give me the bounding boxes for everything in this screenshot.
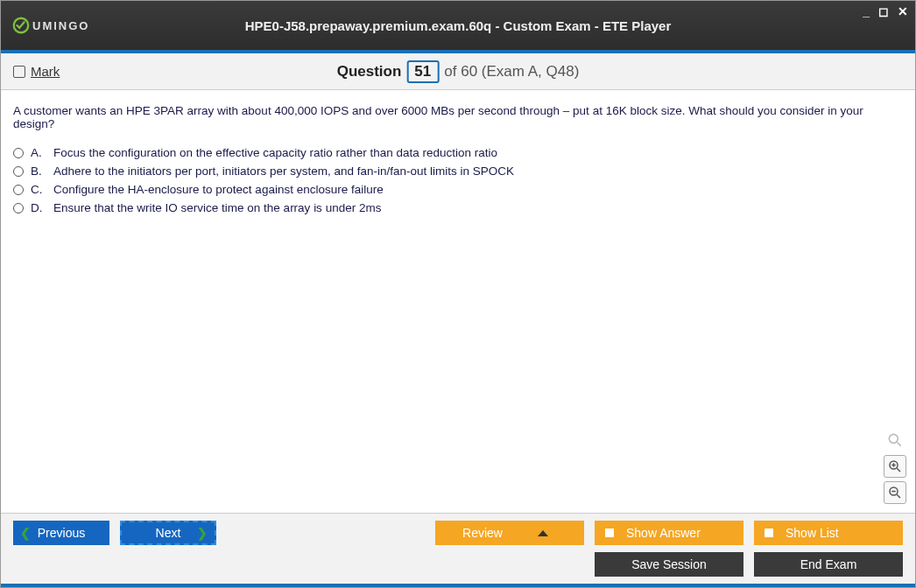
radio-icon[interactable]	[13, 148, 24, 158]
zoom-out-icon[interactable]	[884, 481, 906, 504]
review-label: Review	[462, 526, 503, 540]
zoom-tools	[884, 429, 906, 504]
answer-option[interactable]: A. Focus the configuration on the effect…	[13, 146, 903, 159]
bottom-separator	[1, 584, 915, 587]
next-button[interactable]: Next ❯	[120, 521, 216, 545]
svg-line-4	[897, 468, 900, 472]
content-area: A customer wants an HPE 3PAR array with …	[1, 90, 915, 513]
answer-text: Configure the HA-enclosure to protect ag…	[53, 183, 903, 196]
checkbox-icon[interactable]	[13, 66, 25, 78]
svg-point-1	[889, 434, 898, 443]
answers-list: A. Focus the configuration on the effect…	[13, 146, 903, 214]
previous-button[interactable]: ❮ Previous	[13, 521, 109, 545]
answer-letter: D.	[31, 201, 46, 214]
answer-letter: C.	[31, 183, 46, 196]
logo-check-icon	[11, 16, 31, 35]
minimize-icon[interactable]: _	[861, 4, 871, 18]
answer-text: Adhere to the initiators per port, initi…	[53, 164, 903, 178]
radio-icon[interactable]	[13, 166, 24, 177]
question-bar: Mark Question 51 of 60 (Exam A, Q48)	[1, 53, 915, 90]
window-title: HPE0-J58.prepaway.premium.exam.60q - Cus…	[245, 18, 672, 33]
footer: ❮ Previous Next ❯ Review Show Answer Sho…	[1, 513, 915, 587]
answer-option[interactable]: C. Configure the HA-enclosure to protect…	[13, 183, 903, 196]
zoom-in-icon[interactable]	[884, 455, 906, 478]
maximize-icon[interactable]: ◻	[877, 4, 891, 18]
radio-icon[interactable]	[13, 203, 24, 214]
question-label: Question	[337, 63, 402, 80]
question-indicator: Question 51 of 60 (Exam A, Q48)	[337, 60, 580, 83]
show-list-button[interactable]: Show List	[754, 521, 903, 545]
triangle-up-icon	[538, 530, 548, 536]
answer-letter: A.	[31, 146, 46, 159]
question-text: A customer wants an HPE 3PAR array with …	[13, 104, 903, 130]
answer-option[interactable]: D. Ensure that the write IO service time…	[13, 201, 903, 214]
footer-row-1: ❮ Previous Next ❯ Review Show Answer Sho…	[1, 514, 915, 552]
save-session-label: Save Session	[631, 557, 707, 571]
svg-line-8	[897, 494, 900, 498]
chevron-left-icon: ❮	[20, 526, 31, 540]
next-label: Next	[156, 526, 181, 540]
mark-toggle[interactable]: Mark	[13, 64, 60, 79]
answer-option[interactable]: B. Adhere to the initiators per port, in…	[13, 164, 903, 178]
square-icon	[765, 528, 773, 537]
square-icon	[605, 528, 614, 537]
end-exam-button[interactable]: End Exam	[754, 552, 903, 577]
save-session-button[interactable]: Save Session	[595, 552, 743, 577]
radio-icon[interactable]	[13, 185, 24, 195]
svg-line-2	[898, 443, 901, 446]
end-exam-label: End Exam	[800, 557, 857, 571]
footer-row-2: Save Session End Exam	[1, 552, 915, 584]
answer-letter: B.	[31, 164, 46, 178]
close-icon[interactable]: ✕	[896, 4, 910, 18]
question-of: of 60 (Exam A, Q48)	[444, 63, 579, 80]
previous-label: Previous	[38, 526, 85, 540]
mark-label: Mark	[31, 64, 60, 79]
logo: UMINGO	[11, 16, 89, 35]
show-answer-label: Show Answer	[626, 526, 701, 540]
window-controls: _ ◻ ✕	[861, 4, 910, 18]
logo-text: UMINGO	[32, 19, 89, 32]
show-list-label: Show List	[786, 526, 839, 540]
show-answer-button[interactable]: Show Answer	[595, 521, 743, 545]
answer-text: Focus the configuration on the effective…	[53, 146, 903, 159]
review-button[interactable]: Review	[435, 521, 584, 545]
question-number: 51	[406, 60, 439, 83]
titlebar: UMINGO HPE0-J58.prepaway.premium.exam.60…	[1, 1, 915, 50]
search-icon[interactable]	[884, 429, 906, 452]
chevron-right-icon: ❯	[197, 526, 208, 540]
answer-text: Ensure that the write IO service time on…	[53, 201, 903, 214]
